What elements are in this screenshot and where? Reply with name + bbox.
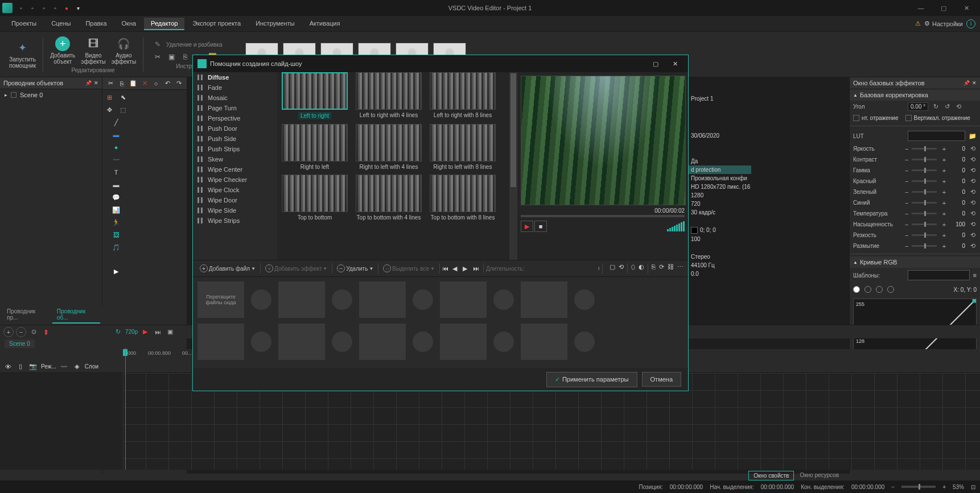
reset-icon[interactable]: ⟲: [969, 210, 977, 217]
select-tool-icon[interactable]: ⬚: [117, 105, 129, 115]
next-icon[interactable]: ▶: [463, 265, 471, 272]
clip-slot[interactable]: [278, 281, 325, 318]
quick-more-icon[interactable]: ▾: [74, 4, 82, 12]
transition-slot[interactable]: [574, 289, 595, 310]
transition-slot[interactable]: [332, 332, 352, 352]
clip-slot[interactable]: [521, 281, 567, 318]
grid-tool-icon[interactable]: ⊞: [104, 92, 115, 102]
cut-tool-icon[interactable]: ✂: [153, 52, 163, 62]
zoom-fit-icon[interactable]: ⊙: [28, 327, 39, 337]
rgb-curves-header[interactable]: ▲Кривые RGB: [850, 256, 980, 268]
transition-slot[interactable]: [251, 332, 271, 352]
slider-plus[interactable]: +: [940, 232, 948, 239]
maximize-button[interactable]: ▢: [932, 1, 955, 15]
zoom-in-status-icon[interactable]: +: [942, 484, 946, 490]
folder-icon[interactable]: 📁: [969, 132, 977, 140]
effect-list-item[interactable]: Wipe Checker: [193, 175, 277, 185]
apply-button[interactable]: Применить параметры: [546, 372, 637, 387]
mask-icon[interactable]: ◐: [639, 263, 644, 274]
menu-export[interactable]: Экспорт проекта: [186, 18, 248, 30]
effect-list-item[interactable]: Wipe Strips: [193, 216, 277, 226]
sync-icon[interactable]: ⟳: [659, 263, 664, 274]
slider-plus[interactable]: +: [940, 167, 948, 174]
flip-h-checkbox[interactable]: [853, 115, 859, 121]
transition-thumb[interactable]: Right to left with 8 lines: [430, 124, 496, 170]
slider-track[interactable]: [912, 169, 937, 171]
move-tool-icon[interactable]: ✥: [104, 105, 115, 115]
audio-tool-icon[interactable]: 🎵: [110, 242, 122, 252]
effect-list-item[interactable]: Wipe Center: [193, 164, 277, 175]
reset-icon[interactable]: ⟲: [954, 103, 962, 110]
last-icon[interactable]: ⏭: [473, 265, 481, 272]
basic-correction-header[interactable]: ▲Базовая корректировка: [850, 89, 980, 101]
menu-editor[interactable]: Редактор: [144, 18, 184, 30]
volume-indicator[interactable]: [667, 221, 685, 231]
fit-icon[interactable]: ⊡: [971, 484, 975, 490]
reset-icon[interactable]: ⟲: [969, 231, 977, 239]
cancel-button[interactable]: Отмена: [642, 372, 681, 387]
quick-open-icon[interactable]: ▫: [28, 4, 36, 12]
reset-icon[interactable]: ⟲: [969, 177, 977, 185]
angle-input[interactable]: 0.00 °: [908, 102, 928, 111]
settings-button[interactable]: ⚙ Настройки: [924, 20, 963, 27]
image-tool-icon[interactable]: 🖼: [110, 230, 122, 240]
redo-icon[interactable]: ↷: [174, 79, 183, 88]
audio-effects-button[interactable]: 🎧 Аудио эффекты: [110, 35, 137, 66]
transition-slot[interactable]: [493, 332, 514, 352]
menu-edit[interactable]: Правка: [79, 18, 113, 30]
delete-tool-icon[interactable]: ✎: [153, 39, 163, 49]
delete-icon[interactable]: ✕: [140, 79, 149, 88]
loop-icon[interactable]: ↻: [113, 327, 123, 337]
close-panel-icon[interactable]: ✕: [94, 80, 98, 86]
preview-stop-button[interactable]: ■: [534, 221, 547, 232]
animation-tool-icon[interactable]: 🏃: [110, 217, 122, 227]
slider-plus[interactable]: +: [940, 210, 948, 217]
delete-button[interactable]: −Удалить▼: [335, 263, 376, 274]
menu-scenes[interactable]: Сцены: [44, 18, 77, 30]
reset-icon[interactable]: ⟲: [969, 199, 977, 206]
reset-icon[interactable]: ⟲: [969, 167, 977, 174]
slider-track[interactable]: [912, 148, 937, 150]
transition-thumb[interactable]: Left to right with 4 lines: [356, 72, 422, 119]
slider-track[interactable]: [912, 234, 937, 236]
effect-list-item[interactable]: Push Side: [193, 134, 277, 144]
cursor-tool-icon[interactable]: ⬉: [117, 92, 129, 102]
play-tool-icon[interactable]: ▶: [110, 266, 122, 276]
undo-icon[interactable]: ↶: [163, 79, 172, 88]
scene-tree-item[interactable]: ▸Scene 0: [0, 89, 102, 101]
quick-save-icon[interactable]: ▫: [40, 4, 48, 12]
minimize-button[interactable]: —: [909, 1, 932, 15]
menu-windows[interactable]: Окна: [115, 18, 143, 30]
keyframe-icon[interactable]: ◈: [72, 362, 81, 371]
effect-list-item[interactable]: Push Strips: [193, 144, 277, 154]
clip-slot[interactable]: [278, 324, 325, 360]
lut-combo[interactable]: [908, 131, 965, 141]
display-icon[interactable]: ▣: [165, 327, 175, 337]
reset-icon[interactable]: ⟲: [969, 242, 977, 250]
zoom-in-icon[interactable]: +: [3, 327, 14, 337]
preview-play-button[interactable]: ▶: [521, 221, 533, 232]
add-effect-button[interactable]: +Добавить эффект▼: [263, 263, 330, 274]
close-panel-icon[interactable]: ✕: [972, 80, 977, 86]
effect-list-item[interactable]: Wipe Side: [193, 205, 277, 216]
reset-icon[interactable]: ⟲: [969, 145, 977, 152]
slider-plus[interactable]: +: [940, 146, 948, 152]
copy-icon[interactable]: ⎘: [652, 263, 656, 274]
rotate-ccw-icon[interactable]: ↺: [943, 103, 951, 110]
clip-slot[interactable]: [359, 281, 406, 318]
effect-list-item[interactable]: Skew: [193, 154, 277, 164]
scrollbar-thumb[interactable]: [510, 73, 516, 187]
effect-list-item[interactable]: Page Turn: [193, 103, 277, 113]
transition-slot[interactable]: [574, 332, 595, 352]
slider-plus[interactable]: +: [940, 243, 948, 250]
menu-projects[interactable]: Проекты: [5, 18, 43, 30]
slider-track[interactable]: [912, 180, 937, 182]
slider-plus[interactable]: +: [940, 156, 948, 163]
prev-icon[interactable]: ◀: [452, 265, 460, 272]
slider-track[interactable]: [912, 159, 937, 160]
slider-plus[interactable]: +: [940, 178, 948, 185]
ellipse-tool-icon[interactable]: ●: [110, 142, 122, 152]
copy-icon[interactable]: ⎘: [117, 79, 126, 88]
more-icon[interactable]: ⋯: [677, 263, 683, 274]
preview-resolution[interactable]: 720p: [125, 329, 138, 335]
